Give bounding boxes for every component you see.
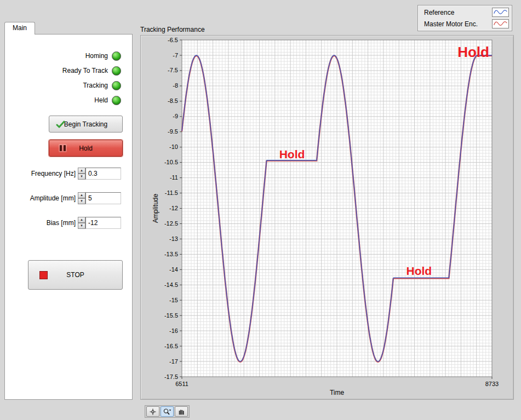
- master-motor-wave-icon: [494, 22, 507, 26]
- y-axis-title: Amplitude: [152, 194, 159, 223]
- amplitude-input[interactable]: [85, 192, 121, 204]
- y-tick-label: -11: [170, 174, 178, 181]
- y-tick-label: -17: [169, 358, 178, 365]
- graph-title: Tracking Performance: [140, 26, 205, 33]
- y-tick-label: -10: [169, 143, 178, 150]
- legend-item-master-motor[interactable]: Master Motor Enc.: [419, 18, 511, 30]
- y-tick-label: -13.5: [164, 251, 178, 257]
- tracking-label: Tracking: [83, 82, 108, 89]
- legend-label-reference: Reference: [424, 9, 454, 16]
- y-tick-label: -14.5: [164, 281, 178, 288]
- amplitude-increment-button[interactable]: ▲: [78, 192, 85, 198]
- y-tick-label: -13: [169, 235, 178, 242]
- legend-label-master-motor: Master Motor Enc.: [424, 20, 478, 28]
- frequency-input[interactable]: [85, 168, 121, 180]
- zoom-tool-button[interactable]: [161, 406, 174, 417]
- y-tick-label: -16: [169, 327, 178, 334]
- x-axis-title: Time: [330, 389, 345, 396]
- begin-tracking-button[interactable]: Begin Tracking: [49, 116, 123, 133]
- led-row-held: Held: [5, 95, 121, 106]
- reference-line-swatch[interactable]: [492, 8, 509, 17]
- waveform-chart: -6.5-7-7.5-8-8.5-9-9.5-10-10.5-11-11.5-1…: [140, 35, 514, 400]
- stop-square-icon: [39, 271, 48, 279]
- y-tick-label: -6.5: [168, 37, 178, 43]
- y-tick-label: -9.5: [168, 128, 178, 135]
- hold-annotation: Hold: [279, 148, 305, 160]
- check-icon: [56, 120, 65, 128]
- legend-item-reference[interactable]: Reference: [419, 7, 511, 18]
- cursor-tool-button[interactable]: [146, 406, 159, 417]
- stop-button[interactable]: STOP: [28, 260, 123, 290]
- amplitude-stepper[interactable]: ▲ ▼: [78, 192, 85, 204]
- graph-palette: [145, 405, 190, 418]
- frequency-control: Frequency [Hz] ▲ ▼: [5, 168, 121, 180]
- amplitude-decrement-button[interactable]: ▼: [78, 198, 85, 204]
- ready-to-track-label: Ready To Track: [62, 67, 108, 74]
- ready-to-track-led-indicator: [112, 66, 121, 76]
- held-led-indicator: [112, 96, 121, 105]
- hand-icon: [177, 408, 186, 416]
- frequency-decrement-button[interactable]: ▼: [78, 174, 85, 180]
- y-tick-label: -15: [169, 297, 178, 303]
- crosshair-icon: [148, 408, 157, 416]
- amplitude-label: Amplitude [mm]: [30, 194, 76, 202]
- hold-annotation: Hold: [406, 264, 432, 277]
- led-row-homing: Homing: [5, 50, 121, 61]
- pause-icon: [59, 144, 67, 152]
- stop-button-label: STOP: [66, 271, 84, 279]
- bias-label: Bias [mm]: [47, 219, 76, 227]
- y-tick-label: -11.5: [165, 189, 178, 196]
- led-row-tracking: Tracking: [5, 80, 121, 91]
- x-tick-label: 8733: [485, 381, 499, 387]
- y-tick-label: -16.5: [164, 343, 178, 349]
- amplitude-control: Amplitude [mm] ▲ ▼: [5, 192, 121, 204]
- frequency-increment-button[interactable]: ▲: [78, 168, 85, 174]
- y-tick-label: -12.5: [164, 220, 178, 227]
- held-label: Held: [94, 96, 108, 104]
- hold-annotation: Hold: [457, 44, 489, 60]
- homing-led-indicator: [112, 51, 121, 61]
- main-panel: Homing Ready To Track Tracking Held Begi…: [4, 34, 133, 400]
- major-gridlines: [182, 40, 492, 377]
- y-tick-label: -10.5: [164, 159, 178, 165]
- tracking-led-indicator: [112, 81, 121, 90]
- bias-decrement-button[interactable]: ▼: [78, 223, 85, 229]
- hold-button[interactable]: Hold: [49, 140, 123, 157]
- tab-main[interactable]: Main: [4, 22, 35, 34]
- y-tick-label: -7.5: [168, 67, 178, 73]
- homing-label: Homing: [85, 52, 108, 60]
- begin-tracking-label: Begin Tracking: [64, 120, 107, 128]
- plot-area[interactable]: -6.5-7-7.5-8-8.5-9-9.5-10-10.5-11-11.5-1…: [141, 36, 514, 400]
- bias-increment-button[interactable]: ▲: [78, 217, 85, 223]
- y-tick-label: -8: [173, 82, 178, 89]
- plot-legend: Reference Master Motor Enc.: [417, 5, 512, 31]
- y-tick-label: -7: [173, 52, 178, 59]
- led-row-ready-to-track: Ready To Track: [5, 65, 121, 76]
- y-tick-label: -12: [169, 205, 178, 211]
- y-tick-label: -14: [169, 266, 178, 273]
- y-tick-label: -8.5: [168, 97, 178, 104]
- master-motor-line-swatch[interactable]: [492, 19, 509, 28]
- frequency-stepper[interactable]: ▲ ▼: [78, 168, 85, 180]
- frequency-label: Frequency [Hz]: [31, 170, 76, 177]
- bias-stepper[interactable]: ▲ ▼: [78, 217, 85, 229]
- y-tick-label: -17.5: [164, 373, 178, 380]
- x-tick-label: 6511: [175, 381, 188, 387]
- y-tick-label: -9: [173, 113, 178, 119]
- hold-button-label: Hold: [79, 145, 93, 152]
- y-tick-label: -15.5: [164, 312, 178, 319]
- pan-tool-button[interactable]: [175, 406, 188, 417]
- reference-wave-icon: [494, 10, 507, 14]
- bias-input[interactable]: [85, 217, 121, 229]
- bias-control: Bias [mm] ▲ ▼: [5, 217, 121, 229]
- magnifier-icon: [163, 408, 171, 416]
